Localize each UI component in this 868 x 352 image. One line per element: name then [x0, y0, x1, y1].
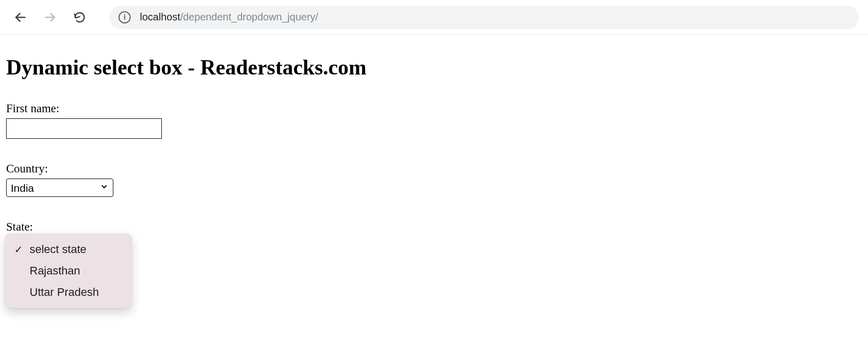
check-icon: ✓	[14, 243, 30, 256]
state-option[interactable]: Uttar Pradesh	[5, 282, 132, 303]
address-bar[interactable]: i localhost/dependent_dropdown_jquery/	[109, 6, 859, 29]
back-arrow-icon	[14, 11, 27, 24]
browser-toolbar: i localhost/dependent_dropdown_jquery/	[0, 0, 868, 35]
reload-icon	[74, 11, 86, 23]
page-title: Dynamic select box - Readerstacks.com	[6, 55, 862, 80]
url-host: localhost	[140, 11, 180, 23]
state-option-label: Rajasthan	[30, 264, 80, 278]
country-label: Country:	[6, 162, 862, 175]
state-option[interactable]: Rajasthan	[5, 260, 132, 282]
state-option-label: Uttar Pradesh	[30, 286, 99, 299]
state-option[interactable]: ✓ select state	[5, 239, 132, 260]
site-info-icon[interactable]: i	[118, 11, 131, 23]
url-path: /dependent_dropdown_jquery/	[180, 11, 318, 23]
first-name-label: First name:	[6, 102, 862, 115]
state-dropdown-menu: ✓ select state Rajasthan Uttar Pradesh	[5, 234, 132, 308]
back-button[interactable]	[9, 6, 32, 29]
forward-button[interactable]	[39, 6, 61, 29]
reload-button[interactable]	[68, 6, 91, 29]
page-content: Dynamic select box - Readerstacks.com Fi…	[0, 35, 868, 234]
forward-arrow-icon	[43, 11, 57, 24]
country-select[interactable]: India	[6, 179, 113, 197]
state-label: State:	[6, 220, 862, 234]
state-option-label: select state	[30, 243, 86, 256]
first-name-field[interactable]	[6, 118, 162, 139]
